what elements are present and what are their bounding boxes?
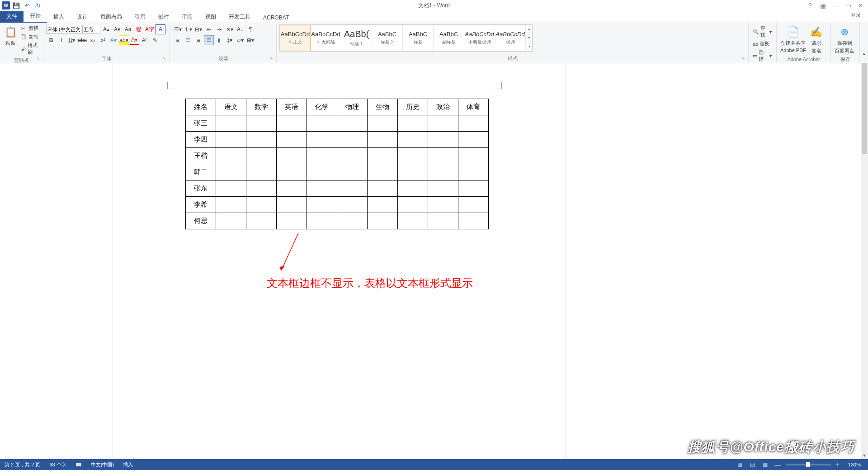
style-item-0[interactable]: AaBbCcDd⤷ 正文 bbox=[280, 25, 311, 51]
tab-view[interactable]: 视图 bbox=[199, 11, 222, 23]
table-header-cell[interactable]: 数学 bbox=[246, 99, 277, 115]
table-cell[interactable] bbox=[277, 213, 307, 229]
gallery-more[interactable]: ▾ bbox=[526, 43, 532, 51]
shading-button[interactable]: ▱▾ bbox=[235, 35, 245, 45]
table-cell[interactable] bbox=[337, 213, 368, 229]
table-header-cell[interactable]: 语文 bbox=[216, 99, 246, 115]
table-header-cell[interactable]: 历史 bbox=[398, 99, 428, 115]
create-pdf-button[interactable]: 📄 创建并共享 Adobe PDF bbox=[779, 24, 807, 54]
zoom-level[interactable]: 130% bbox=[844, 462, 865, 467]
table-cell[interactable] bbox=[216, 115, 246, 132]
table-cell[interactable] bbox=[368, 115, 398, 132]
table-cell[interactable] bbox=[428, 213, 458, 229]
table-name-cell[interactable]: 张东 bbox=[186, 180, 216, 197]
table-cell[interactable] bbox=[458, 148, 489, 164]
gallery-down[interactable]: ▼ bbox=[526, 33, 532, 42]
distribute-button[interactable]: ⫿ bbox=[214, 35, 224, 45]
table-cell[interactable] bbox=[246, 197, 277, 213]
text-effects-button[interactable]: A▾ bbox=[108, 35, 118, 45]
table-cell[interactable] bbox=[246, 115, 277, 132]
table-header-cell[interactable]: 姓名 bbox=[186, 99, 216, 115]
table-cell[interactable] bbox=[307, 164, 337, 180]
subscript-button[interactable]: x₂ bbox=[88, 35, 98, 45]
line-spacing-button[interactable]: ‡▾ bbox=[225, 35, 235, 45]
language-indicator[interactable]: 中文(中国) bbox=[86, 461, 118, 468]
page-indicator[interactable]: 第 2 页，共 2 页 bbox=[0, 461, 45, 468]
table-cell[interactable] bbox=[307, 132, 337, 148]
select-button[interactable]: ▭选择▾ bbox=[751, 48, 774, 63]
table-cell[interactable] bbox=[458, 213, 489, 229]
table-cell[interactable] bbox=[398, 115, 428, 132]
table-cell[interactable] bbox=[277, 115, 307, 132]
table-cell[interactable] bbox=[428, 164, 458, 180]
help-button[interactable]: ? bbox=[806, 1, 815, 10]
table-cell[interactable] bbox=[337, 115, 368, 132]
phonetic-guide-button[interactable]: 變 bbox=[134, 24, 144, 34]
font-color-button[interactable]: A▾ bbox=[129, 35, 139, 45]
table-name-cell[interactable]: 韩二 bbox=[186, 164, 216, 180]
scroll-thumb[interactable] bbox=[862, 63, 867, 154]
table-name-cell[interactable]: 何思 bbox=[186, 213, 216, 229]
read-mode-button[interactable]: ▦ bbox=[735, 461, 745, 469]
zoom-slider[interactable] bbox=[786, 464, 831, 465]
paste-button[interactable]: 📋 粘贴 bbox=[3, 24, 18, 47]
table-cell[interactable] bbox=[398, 180, 428, 197]
word-count[interactable]: 68 个字 bbox=[45, 461, 71, 468]
style-item-1[interactable]: AaBbCcDd⤷ 无间隔 bbox=[311, 25, 341, 51]
table-cell[interactable] bbox=[246, 213, 277, 229]
table-cell[interactable] bbox=[307, 180, 337, 197]
table-cell[interactable] bbox=[216, 164, 246, 180]
zoom-out-button[interactable]: — bbox=[773, 461, 783, 468]
enclose-char-button[interactable]: A⃝ bbox=[140, 35, 150, 45]
table-cell[interactable] bbox=[216, 148, 246, 164]
clear-format-button[interactable]: ✎ bbox=[150, 35, 160, 45]
table-cell[interactable] bbox=[398, 148, 428, 164]
table-cell[interactable] bbox=[368, 213, 398, 229]
table-header-cell[interactable]: 英语 bbox=[277, 99, 307, 115]
web-layout-button[interactable]: ▥ bbox=[760, 461, 770, 469]
increase-indent-button[interactable]: ⇥ bbox=[214, 24, 224, 34]
table-cell[interactable] bbox=[277, 164, 307, 180]
table-cell[interactable] bbox=[277, 197, 307, 213]
redo-button[interactable]: ↻ bbox=[33, 1, 42, 10]
table-cell[interactable] bbox=[337, 180, 368, 197]
grades-table[interactable]: 姓名语文数学英语化学物理生物历史政治体育张三李四王楷韩二张东李希何思 bbox=[185, 99, 489, 229]
table-cell[interactable] bbox=[307, 213, 337, 229]
justify-button[interactable]: ☰ bbox=[204, 35, 214, 45]
vertical-scrollbar[interactable]: ▲ ▼ bbox=[861, 63, 868, 459]
table-cell[interactable] bbox=[246, 132, 277, 148]
styles-dialog-launcher[interactable]: ⤡ bbox=[741, 56, 747, 62]
table-cell[interactable] bbox=[337, 197, 368, 213]
table-cell[interactable] bbox=[216, 213, 246, 229]
underline-button[interactable]: U▾ bbox=[67, 35, 77, 45]
find-button[interactable]: 🔍查找▾ bbox=[751, 24, 774, 39]
table-cell[interactable] bbox=[337, 132, 368, 148]
font-dialog-launcher[interactable]: ⤡ bbox=[163, 56, 168, 62]
table-header-cell[interactable]: 政治 bbox=[428, 99, 458, 115]
tab-home[interactable]: 开始 bbox=[24, 10, 47, 23]
ribbon-toggle-button[interactable]: ▣ bbox=[818, 1, 827, 10]
table-cell[interactable] bbox=[428, 132, 458, 148]
table-cell[interactable] bbox=[307, 115, 337, 132]
table-cell[interactable] bbox=[428, 148, 458, 164]
clipboard-dialog-launcher[interactable]: ⤡ bbox=[36, 56, 42, 62]
save-button[interactable]: 💾 bbox=[12, 1, 21, 10]
document-area[interactable]: 姓名语文数学英语化学物理生物历史政治体育张三李四王楷韩二张东李希何思 文本框边框… bbox=[0, 63, 861, 459]
print-layout-button[interactable]: ▤ bbox=[748, 461, 758, 469]
undo-button[interactable]: ↶ bbox=[23, 1, 32, 10]
close-button[interactable]: ✕ bbox=[856, 1, 865, 10]
table-header-cell[interactable]: 体育 bbox=[458, 99, 489, 115]
tab-references[interactable]: 引用 bbox=[128, 11, 152, 23]
collapse-ribbon-button[interactable]: ˄ bbox=[860, 23, 868, 63]
maximize-button[interactable]: ▭ bbox=[844, 1, 853, 10]
tab-layout[interactable]: 页面布局 bbox=[94, 11, 128, 23]
tab-design[interactable]: 设计 bbox=[71, 11, 94, 23]
style-item-2[interactable]: AaBb(标题 1 bbox=[341, 25, 372, 51]
table-cell[interactable] bbox=[368, 148, 398, 164]
table-name-cell[interactable]: 李四 bbox=[186, 132, 216, 148]
table-cell[interactable] bbox=[428, 115, 458, 132]
baidu-save-button[interactable]: ⊗ 保存到 百度网盘 bbox=[834, 24, 855, 55]
table-name-cell[interactable]: 李希 bbox=[186, 197, 216, 213]
copy-button[interactable]: ⿻复制 bbox=[20, 33, 40, 41]
table-cell[interactable] bbox=[337, 164, 368, 180]
